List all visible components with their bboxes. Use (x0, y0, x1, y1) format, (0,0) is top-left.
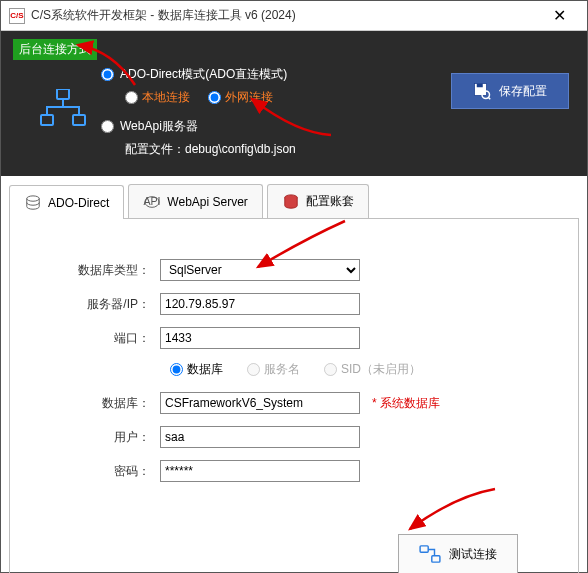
mode-service-radio (247, 363, 260, 376)
save-icon (473, 82, 491, 100)
user-label: 用户： (40, 429, 160, 446)
account-db-icon (282, 194, 300, 210)
svg-text:API: API (144, 194, 161, 206)
db-note: * 系统数据库 (372, 395, 440, 412)
test-connection-button[interactable]: 测试连接 (398, 534, 518, 573)
radio-webapi[interactable] (101, 120, 114, 133)
radio-external-wrap[interactable]: 外网连接 (208, 89, 273, 106)
config-label: 配置文件： (125, 142, 185, 156)
test-btn-label: 测试连接 (449, 546, 497, 563)
mode-sid-wrap: SID（未启用） (324, 361, 421, 378)
svg-rect-4 (477, 84, 483, 88)
svg-rect-12 (432, 556, 440, 562)
tabs: ADO-Direct API WebApi Server 配置账套 (9, 184, 579, 219)
pwd-input[interactable] (160, 460, 360, 482)
config-path-row: 配置文件：debug\config\db.json (125, 141, 575, 158)
save-config-button[interactable]: 保存配置 (451, 73, 569, 109)
radio-local-wrap[interactable]: 本地连接 (125, 89, 190, 106)
mode-db-label: 数据库 (187, 361, 223, 378)
svg-point-7 (27, 195, 39, 200)
mode-sid-radio (324, 363, 337, 376)
mode-db-wrap[interactable]: 数据库 (170, 361, 223, 378)
radio-ado-direct[interactable] (101, 68, 114, 81)
window-title: C/S系统软件开发框架 - 数据库连接工具 v6 (2024) (31, 7, 539, 24)
radio-external-label: 外网连接 (225, 89, 273, 106)
mode-service-label: 服务名 (264, 361, 300, 378)
network-icon (39, 89, 87, 132)
app-icon: C/S (9, 8, 25, 24)
radio-external[interactable] (208, 91, 221, 104)
svg-rect-2 (73, 115, 85, 125)
tab-ado-label: ADO-Direct (48, 196, 109, 210)
svg-rect-0 (57, 89, 69, 99)
radio-local[interactable] (125, 91, 138, 104)
panel-badge: 后台连接方式 (13, 39, 97, 60)
svg-rect-11 (420, 546, 428, 552)
server-label: 服务器/IP： (40, 296, 160, 313)
tab-ado-direct[interactable]: ADO-Direct (9, 185, 124, 219)
titlebar: C/S C/S系统软件开发框架 - 数据库连接工具 v6 (2024) ✕ (1, 1, 587, 31)
tab-webapi-label: WebApi Server (167, 195, 247, 209)
connection-icon (419, 545, 441, 563)
mode-sid-label: SID（未启用） (341, 361, 421, 378)
mode-db-radio[interactable] (170, 363, 183, 376)
config-path: debug\config\db.json (185, 142, 296, 156)
db-mode-radios: 数据库 服务名 SID（未启用） (170, 361, 548, 378)
app-window: C/S C/S系统软件开发框架 - 数据库连接工具 v6 (2024) ✕ 后台… (0, 0, 588, 573)
db-type-select[interactable]: SqlServer (160, 259, 360, 281)
db-type-label: 数据库类型： (40, 262, 160, 279)
pwd-label: 密码： (40, 463, 160, 480)
radio-webapi-label: WebApi服务器 (120, 118, 198, 135)
connection-mode-panel: 后台连接方式 ADO-Direct模式(ADO直连模式) 本地连接 (1, 31, 587, 176)
tab-account-label: 配置账套 (306, 193, 354, 210)
user-input[interactable] (160, 426, 360, 448)
tab-account[interactable]: 配置账套 (267, 184, 369, 218)
close-button[interactable]: ✕ (539, 2, 579, 30)
db-label: 数据库： (40, 395, 160, 412)
save-btn-label: 保存配置 (499, 83, 547, 100)
radio-ado-label: ADO-Direct模式(ADO直连模式) (120, 66, 287, 83)
tab-webapi[interactable]: API WebApi Server (128, 184, 262, 218)
content-area: ADO-Direct API WebApi Server 配置账套 数据库类型：… (1, 176, 587, 573)
radio-local-label: 本地连接 (142, 89, 190, 106)
svg-line-6 (488, 97, 490, 99)
database-icon (24, 195, 42, 211)
port-input[interactable] (160, 327, 360, 349)
api-icon: API (143, 194, 161, 210)
db-input[interactable] (160, 392, 360, 414)
svg-rect-1 (41, 115, 53, 125)
server-input[interactable] (160, 293, 360, 315)
mode-service-wrap: 服务名 (247, 361, 300, 378)
port-label: 端口： (40, 330, 160, 347)
form-panel: 数据库类型： SqlServer 服务器/IP： 端口： 数据库 服务名 SID… (9, 219, 579, 573)
